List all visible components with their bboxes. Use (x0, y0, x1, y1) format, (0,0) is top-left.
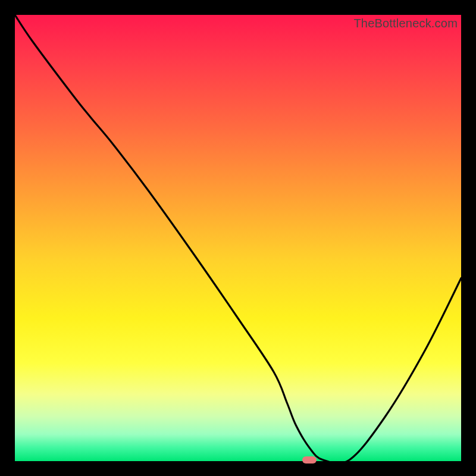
chart-frame: TheBottleneck.com (0, 0, 476, 476)
bottleneck-curve (15, 15, 461, 461)
optimum-marker (302, 456, 317, 464)
plot-area: TheBottleneck.com (15, 15, 461, 461)
